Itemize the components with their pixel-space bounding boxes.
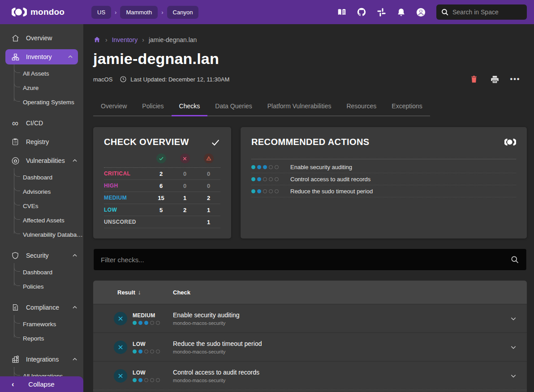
chevron-up-icon — [67, 54, 73, 60]
sidebar-item-integrations[interactable]: Integrations — [0, 352, 83, 367]
chevron-down-icon[interactable] — [500, 315, 527, 322]
collapse-sidebar-button[interactable]: ‹ Collapse — [0, 376, 83, 392]
sidebar-item-label: Compliance — [26, 304, 59, 311]
table-row[interactable]: LOW Control access to audit records mond… — [93, 361, 527, 390]
table-row[interactable]: LOW Reduce the sudo timeout period mondo… — [93, 332, 527, 361]
tab-policies[interactable]: Policies — [134, 97, 171, 115]
severity-label: MEDIUM — [104, 195, 149, 201]
checks-table-header: Result ↓ Check — [93, 281, 527, 304]
delete-icon[interactable] — [469, 74, 479, 85]
sidebar-item-frameworks[interactable]: Frameworks — [14, 317, 83, 331]
sidebar-item-registry[interactable]: Registry — [0, 134, 83, 149]
sidebar-item-compliance[interactable]: Compliance — [0, 300, 83, 315]
fail-count: 1 — [173, 195, 197, 201]
sidebar-item-security-policies[interactable]: Policies — [14, 279, 83, 294]
impact-dots — [133, 321, 160, 325]
sidebar-item-label: Overview — [26, 34, 52, 42]
mondoo-glyph-icon — [504, 138, 516, 146]
check-policy: mondoo-macos-security — [173, 349, 500, 354]
error-count: 0 — [197, 183, 220, 189]
sidebar-item-cicd[interactable]: ∞ CI/CD — [0, 115, 83, 131]
column-label: Result — [117, 289, 135, 296]
tab-data-queries[interactable]: Data Queries — [207, 97, 259, 115]
severity-label: LOW — [104, 207, 149, 213]
sidebar-item-label: Registry — [26, 138, 49, 145]
vulnerabilities-children: Dashboard Advisories CVEs Affected Asset… — [14, 168, 83, 242]
more-actions-icon[interactable]: ••• — [510, 74, 521, 85]
check-overview-table: CRITICAL 2 0 0 HIGH 6 0 0 MEDIUM 15 1 2 — [93, 152, 231, 228]
org-chip-region[interactable]: US — [91, 6, 111, 19]
sidebar-item-security[interactable]: Security — [0, 248, 83, 263]
table-row: HIGH 6 0 0 — [104, 180, 220, 192]
filter-checks-bar — [93, 248, 527, 271]
sidebar-item-overview[interactable]: Overview — [0, 30, 83, 46]
sidebar-item-azure[interactable]: Azure — [14, 81, 83, 95]
chevron-right-icon: › — [105, 36, 108, 43]
sidebar-item-vulnerability-database[interactable]: Vulnerability Databa… — [14, 227, 83, 242]
list-item[interactable]: Enable security auditing — [251, 161, 516, 173]
tab-exceptions[interactable]: Exceptions — [384, 97, 430, 115]
docs-icon[interactable] — [334, 4, 349, 20]
chevron-up-icon — [72, 252, 78, 259]
list-item[interactable]: Control access to audit records — [251, 173, 516, 185]
sidebar-item-vuln-dashboard[interactable]: Dashboard — [14, 170, 83, 184]
impact-dots — [133, 349, 160, 354]
chevron-down-icon[interactable] — [500, 344, 527, 351]
check-icon — [211, 137, 220, 147]
mondoo-logo[interactable]: mondoo — [0, 7, 83, 17]
tab-checks[interactable]: Checks — [172, 97, 208, 115]
sidebar-item-cves[interactable]: CVEs — [14, 199, 83, 213]
print-icon[interactable] — [489, 74, 500, 85]
sidebar-item-operating-systems[interactable]: Operating Systems — [14, 95, 83, 109]
sidebar-item-label: CI/CD — [26, 119, 43, 127]
table-row: UNSCORED 1 — [104, 216, 220, 228]
sidebar-item-all-assets[interactable]: All Assets — [14, 66, 83, 81]
search-icon — [441, 8, 449, 16]
org-chip-space[interactable]: Canyon — [167, 6, 199, 19]
tab-resources[interactable]: Resources — [339, 97, 384, 115]
chevron-up-icon — [72, 158, 78, 164]
slack-icon[interactable] — [374, 4, 389, 20]
sidebar-item-vulnerabilities[interactable]: Vulnerabilities — [0, 153, 83, 168]
sidebar-item-affected-assets[interactable]: Affected Assets — [14, 213, 83, 227]
page-title: jamie-degnan.lan — [93, 50, 527, 68]
error-count: 1 — [197, 207, 220, 213]
collapse-label: Collapse — [28, 380, 54, 388]
severity-label: UNSCORED — [104, 219, 149, 225]
chevron-down-icon[interactable] — [500, 372, 527, 379]
sidebar-item-reports[interactable]: Reports — [14, 331, 83, 345]
home-breadcrumb-icon[interactable] — [93, 36, 101, 43]
tab-platform-vulnerabilities[interactable]: Platform Vulnerabilities — [260, 97, 339, 115]
column-result-sort[interactable]: Result ↓ — [93, 289, 173, 296]
table-row-partial — [93, 390, 527, 392]
tab-overview[interactable]: Overview — [93, 97, 134, 115]
github-icon[interactable] — [354, 4, 369, 20]
pass-count: 5 — [149, 207, 173, 213]
list-item[interactable]: Reduce the sudo timeout period — [251, 185, 516, 197]
check-policy: mondoo-macos-security — [173, 378, 500, 383]
check-overview-title: CHECK OVERVIEW — [104, 137, 189, 147]
check-title: Control access to audit records — [173, 369, 500, 376]
impact-dots — [133, 378, 160, 382]
sidebar-item-inventory[interactable]: Inventory — [5, 49, 78, 64]
notifications-icon[interactable] — [393, 4, 409, 20]
org-chip-org[interactable]: Mammoth — [120, 6, 158, 19]
compliance-icon — [11, 303, 20, 312]
clock-icon — [120, 76, 127, 83]
breadcrumb-inventory-link[interactable]: Inventory — [112, 36, 138, 43]
account-icon[interactable] — [413, 4, 428, 20]
table-row: LOW 5 2 1 — [104, 204, 220, 216]
logo-text: mondoo — [30, 7, 65, 17]
fail-count: 2 — [173, 207, 197, 213]
sidebar-item-advisories[interactable]: Advisories — [14, 184, 83, 199]
security-children: Dashboard Policies — [14, 263, 83, 294]
fail-count: 0 — [173, 183, 197, 189]
sidebar-item-security-dashboard[interactable]: Dashboard — [14, 265, 83, 279]
search-icon[interactable] — [510, 255, 519, 264]
table-row[interactable]: MEDIUM Enable security auditing mondoo-m… — [93, 304, 527, 332]
compliance-children: Frameworks Reports — [14, 315, 83, 345]
search-input[interactable] — [452, 9, 515, 16]
impact-dots — [251, 177, 279, 181]
pass-count: 15 — [149, 195, 173, 201]
filter-checks-input[interactable] — [101, 256, 510, 264]
